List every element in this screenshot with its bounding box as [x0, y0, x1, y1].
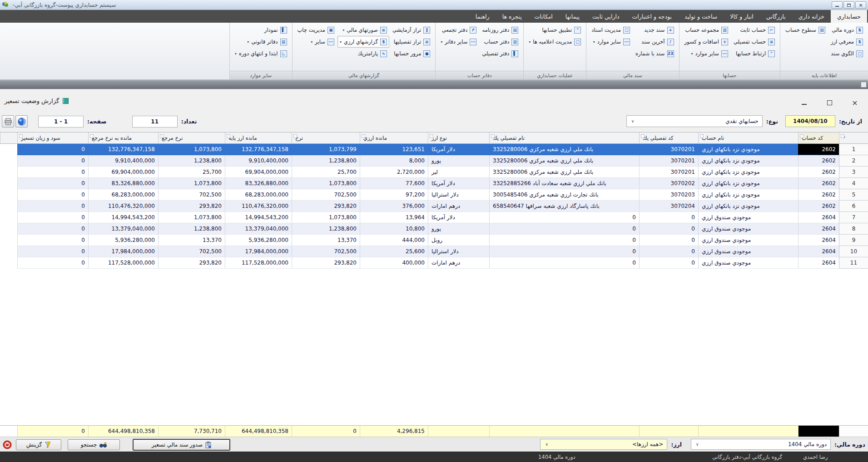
cell-account-code[interactable]: 2604	[798, 235, 839, 246]
header-filter-box[interactable]	[90, 134, 94, 138]
cell-detail-name[interactable]: بانك ملي ارزي شعبه مركزي 3325280006	[489, 155, 639, 167]
grid-row-8[interactable]: 82604موجودي صندوق ارزي00يورو10,8001,238,…	[0, 223, 868, 235]
cell-balance-at-reference-rate[interactable]: 17,984,000,000	[88, 246, 158, 257]
cell-account-code[interactable]: 2602	[798, 155, 839, 167]
ribbon-item-5-2[interactable]: ●مرور حسابها	[390, 48, 432, 59]
column-header-exchange-gain-loss[interactable]: سود و زيان تسعير	[17, 133, 88, 144]
cell-base-balance[interactable]: 13,379,040,000	[225, 223, 292, 235]
cell-base-balance[interactable]: 17,984,000,000	[225, 246, 292, 257]
column-header-currency-balance[interactable]: مانده ارزي	[360, 133, 428, 144]
cell-balance-at-reference-rate[interactable]: 117,528,000,000	[88, 257, 158, 269]
cell-base-balance[interactable]: 132,776,347,158	[225, 144, 292, 155]
cell-row-indicator[interactable]: 2	[839, 155, 868, 167]
column-header-account-code[interactable]: كد حساب	[798, 133, 839, 144]
header-filter-box[interactable]	[227, 134, 230, 138]
cell-detail-name[interactable]: 0	[489, 235, 639, 246]
cell-detail-name[interactable]: بانك ملي ارزي شعبه مركزي 3325280006	[489, 144, 639, 155]
cell-detail-code[interactable]: 0	[639, 257, 698, 269]
ribbon-item-4-0[interactable]: ↱دفتر تجمعي	[438, 24, 479, 36]
column-header-detail-code[interactable]: كد تفصيلي يك	[639, 133, 698, 144]
header-filter-box[interactable]	[160, 134, 164, 138]
menu-tab-9[interactable]: پنجره ها	[496, 10, 528, 23]
grid-row-5[interactable]: 52602موجودي نزد بانكهاي ارزي3070203بانك …	[0, 189, 868, 201]
ribbon-item-2-1[interactable]: /آخرين سند	[633, 36, 676, 48]
cell-currency-type[interactable]: يورو	[428, 223, 489, 235]
cell-row-indicator[interactable]: 1	[839, 144, 868, 155]
cell-exchange-gain-loss[interactable]: 0	[17, 223, 88, 235]
column-header-balance-at-reference-rate[interactable]: مانده به نرخ مرجع	[88, 133, 158, 144]
cell-exchange-gain-loss[interactable]: 0	[17, 235, 88, 246]
cell-base-balance[interactable]: 110,476,320,000	[225, 201, 292, 212]
header-filter-box[interactable]	[19, 134, 23, 138]
ribbon-item-6-0[interactable]: ▌نمودار	[233, 24, 289, 36]
cell-rate[interactable]: 1,238,800	[292, 223, 360, 235]
cell-reference-rate[interactable]: 1,073,800	[158, 178, 225, 189]
cell-account-name[interactable]: موجودي نزد بانكهاي ارزي	[698, 201, 798, 212]
cell-exchange-gain-loss[interactable]: 0	[17, 201, 88, 212]
cell-row-indicator[interactable]: 10	[839, 246, 868, 257]
ribbon-item-4-2[interactable]: ▌دفتر تفصيلي	[480, 48, 521, 59]
header-filter-box[interactable]	[430, 134, 433, 138]
ribbon-item-2-0[interactable]: ▢مديريت اسناد	[589, 24, 632, 36]
ribbon-item-0-1[interactable]: $معرفي ارز	[828, 36, 865, 48]
ribbon-item-3-0[interactable]: °تطبيق حسابها	[526, 24, 583, 36]
column-header-base-balance[interactable]: مانده ارز پايه	[225, 133, 292, 144]
cell-row-indicator[interactable]: 6	[839, 201, 868, 212]
cell-currency-type[interactable]: دلار استراليا	[428, 189, 489, 201]
cell-currency-balance[interactable]: 2,720,000	[360, 167, 428, 178]
cell-balance-at-reference-rate[interactable]: 132,776,347,158	[88, 144, 158, 155]
ribbon-item-4-0[interactable]: ▤دفتر روزنامه	[480, 24, 521, 36]
report-minimize-button[interactable]	[801, 99, 807, 106]
ribbon-item-1-1[interactable]: ≡حساب تفصيلي	[731, 36, 777, 48]
cell-rate[interactable]: 293,820	[292, 257, 360, 269]
cell-detail-code[interactable]: 0	[639, 223, 698, 235]
cell-detail-code[interactable]: 3070201	[639, 167, 698, 178]
cell-account-code[interactable]: 2602	[798, 144, 839, 155]
cell-detail-code[interactable]: 3070202	[639, 178, 698, 189]
menu-tab-0[interactable]: حسابداري	[831, 10, 867, 23]
cell-account-name[interactable]: موجودي صندوق ارزي	[698, 235, 798, 246]
menu-tab-8[interactable]: امكانات	[528, 10, 559, 23]
cell-row-indicator[interactable]: 9	[839, 235, 868, 246]
ribbon-item-6-2[interactable]: ◺ابتدا و انتهاي دوره▾	[233, 48, 289, 59]
header-filter-box[interactable]	[293, 134, 297, 138]
ribbon-item-2-0[interactable]: +سند جديد	[633, 24, 676, 36]
cell-detail-name[interactable]: 0	[489, 223, 639, 235]
ribbon-item-5-1[interactable]: $گزارشهاي ارزي▾	[337, 36, 389, 48]
column-header-reference-rate[interactable]: نرخ مرجع	[158, 133, 225, 144]
cell-currency-type[interactable]: دلار آمريكا	[428, 178, 489, 189]
cell-currency-type[interactable]: درهم امارات	[428, 257, 489, 269]
cell-currency-balance[interactable]: 376,000	[360, 201, 428, 212]
grid-row-1[interactable]: 12602موجودي نزد بانكهاي ارزي3070201بانك …	[0, 144, 868, 155]
preview-button[interactable]	[15, 115, 28, 128]
cell-account-code[interactable]: 2602	[798, 189, 839, 201]
cell-row-indicator[interactable]: 8	[839, 223, 868, 235]
app-minimize-button[interactable]	[832, 1, 843, 9]
cell-row-indicator[interactable]: 7	[839, 212, 868, 223]
menu-tab-4[interactable]: ساخت و توليد	[678, 10, 724, 23]
cell-exchange-gain-loss[interactable]: 0	[17, 212, 88, 223]
cell-detail-code[interactable]: 3070201	[639, 144, 698, 155]
cell-currency-balance[interactable]: 13,964	[360, 212, 428, 223]
ribbon-item-5-0[interactable]: ‖تراز آزمايشي	[390, 24, 432, 36]
cell-account-name[interactable]: موجودي نزد بانكهاي ارزي	[698, 167, 798, 178]
cell-currency-balance[interactable]: 77,600	[360, 178, 428, 189]
ribbon-item-3-1[interactable]: ▢مديريت اعلاميه ها▾	[526, 36, 583, 48]
cell-account-name[interactable]: موجودي نزد بانكهاي ارزي	[698, 144, 798, 155]
column-header-detail-name[interactable]: نام تفصيلي يك	[489, 133, 639, 144]
cell-rate[interactable]: 1,073,800	[292, 212, 360, 223]
ribbon-item-5-0[interactable]: ≡صورتهاي مالي▾	[337, 24, 389, 36]
report-maximize-button[interactable]	[826, 99, 833, 106]
cell-currency-balance[interactable]: 444,000	[360, 235, 428, 246]
app-maximize-button[interactable]	[843, 1, 854, 9]
cell-base-balance[interactable]: 83,326,880,000	[225, 178, 292, 189]
grid-row-3[interactable]: 32602موجودي نزد بانكهاي ارزي3070201بانك …	[0, 167, 868, 178]
cell-exchange-gain-loss[interactable]: 0	[17, 167, 88, 178]
cell-account-name[interactable]: موجودي نزد بانكهاي ارزي	[698, 189, 798, 201]
ribbon-item-1-2[interactable]: °ارتباط حسابها	[731, 48, 777, 59]
cell-reference-rate[interactable]: 25,700	[158, 167, 225, 178]
cell-reference-rate[interactable]: 1,238,800	[158, 155, 225, 167]
cell-detail-code[interactable]: 3070201	[639, 155, 698, 167]
cell-detail-code[interactable]: 0	[639, 212, 698, 223]
header-filter-box[interactable]	[800, 134, 804, 138]
